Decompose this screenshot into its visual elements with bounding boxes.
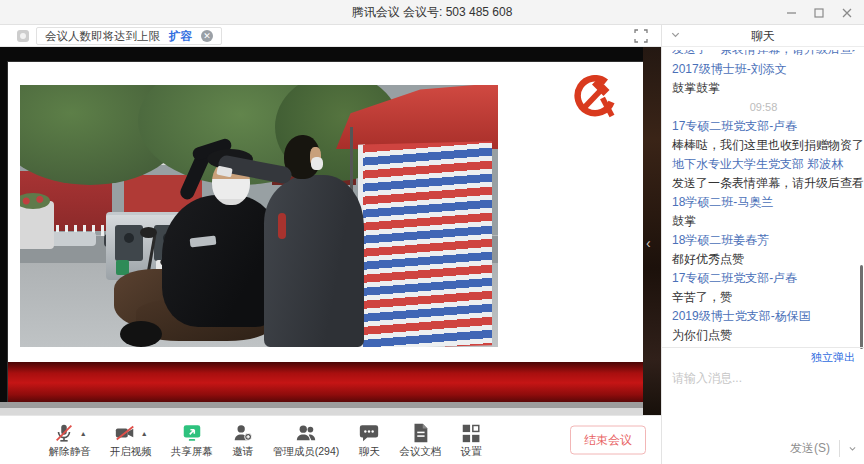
share-screen-icon: [181, 422, 203, 444]
video-options-chevron-icon[interactable]: ▲: [141, 430, 148, 437]
chat-message: 鼓掌: [672, 215, 855, 228]
chat-sender: 18学硕二班-马奥兰: [672, 196, 855, 209]
main-stage: 会议人数即将达到上限 扩容 ✕: [0, 25, 661, 464]
chat-panel: 聊天 发送了一条表情弹幕，请升级后查看。2017级博士班-刘添文鼓掌鼓掌09:5…: [661, 25, 864, 464]
unmute-button[interactable]: ▲ 解除静音: [49, 422, 91, 459]
settings-grid-icon: [460, 422, 482, 444]
slide-red-banner: [8, 362, 643, 402]
unmute-label: 解除静音: [49, 445, 91, 459]
health-worker-person: [264, 175, 364, 347]
chat-message: 都好优秀点赞: [672, 253, 855, 266]
titlebar: 腾讯会议 会议号: 503 485 608: [0, 0, 864, 25]
chat-bubble-icon: [358, 422, 380, 444]
manage-members-label: 管理成员(294): [273, 445, 340, 459]
chat-message: 辛苦了，赞: [672, 291, 855, 304]
chat-sender: 18学硕二班姜春芳: [672, 234, 855, 247]
expand-capacity-link[interactable]: 扩容: [169, 29, 192, 44]
invite-button[interactable]: 邀请: [232, 422, 254, 459]
presentation-slide: 城衣: [8, 62, 643, 402]
chat-message: 棒棒哒，我们这里也收到捐赠物资了: [672, 139, 855, 152]
chat-message-list: 发送了一条表情弹幕，请升级后查看。2017级博士班-刘添文鼓掌鼓掌09:5817…: [662, 47, 864, 347]
chat-input[interactable]: 请输入消息...: [662, 366, 864, 426]
members-icon: [295, 422, 317, 444]
window-title: 腾讯会议 会议号: 503 485 608: [0, 0, 864, 25]
shared-screen-video: 城衣: [0, 47, 661, 415]
chat-scrollbar[interactable]: [860, 265, 863, 349]
meeting-toolbar: ▲ 解除静音 ▲: [0, 415, 661, 464]
chat-sender: 2019级博士党支部-杨保国: [672, 310, 855, 323]
mic-options-chevron-icon[interactable]: ▲: [80, 430, 87, 437]
chat-header: 聊天: [662, 25, 864, 47]
mic-muted-icon: [53, 422, 75, 444]
slide-photo: 城衣: [20, 85, 498, 347]
chevron-left-icon: ‹: [646, 235, 651, 251]
chat-sender: 地下水专业大学生党支部 郑波林: [672, 158, 855, 171]
invite-icon: [232, 422, 254, 444]
chat-footer: 独立弹出 请输入消息... 发送(S): [662, 347, 864, 464]
close-icon[interactable]: [840, 6, 854, 20]
hammer-sickle-emblem: [568, 75, 618, 123]
chat-sender: 17专硕二班党支部-卢春: [672, 272, 855, 285]
chat-sender: 17专硕二班党支部-卢春: [672, 120, 855, 133]
maximize-icon[interactable]: [812, 6, 826, 20]
chat-message-partial: 发送了一条表情弹幕，请升级后查看。: [672, 50, 855, 58]
capacity-notification: 会议人数即将达到上限 扩容 ✕: [36, 27, 222, 45]
notification-close-icon[interactable]: ✕: [201, 30, 213, 42]
meeting-docs-button[interactable]: 会议文档: [399, 422, 441, 459]
chat-sender: 2017级博士班-刘添文: [672, 63, 855, 76]
tencent-meeting-window: 腾讯会议 会议号: 503 485 608 会议人数即将达到上限 扩容 ✕: [0, 0, 864, 464]
announcement-icon: [17, 30, 29, 42]
minimize-icon[interactable]: [784, 6, 798, 20]
chat-tool-label: 聊天: [359, 445, 380, 459]
send-button[interactable]: 发送(S): [790, 440, 840, 457]
chat-title: 聊天: [662, 25, 864, 47]
send-options-chevron-icon[interactable]: [840, 444, 857, 453]
flower-planter: [20, 201, 54, 249]
manage-members-button[interactable]: 管理成员(294): [273, 422, 340, 459]
end-meeting-button[interactable]: 结束会议: [570, 426, 646, 455]
chat-message: 发送了一条表情弹幕，请升级后查看。: [672, 177, 855, 190]
share-screen-label: 共享屏幕: [171, 445, 213, 459]
fullscreen-icon[interactable]: [634, 29, 648, 43]
settings-label: 设置: [461, 445, 482, 459]
popout-chat-link[interactable]: 独立弹出: [811, 350, 855, 365]
settings-button[interactable]: 设置: [460, 422, 482, 459]
chat-timestamp: 09:58: [672, 101, 855, 113]
notification-bar: 会议人数即将达到上限 扩容 ✕: [0, 25, 661, 47]
meeting-docs-label: 会议文档: [399, 445, 441, 459]
chat-button[interactable]: 聊天: [358, 422, 380, 459]
window-controls: [784, 0, 854, 25]
notification-text: 会议人数即将达到上限: [45, 29, 160, 44]
document-icon: [409, 422, 431, 444]
camera-off-icon: [114, 422, 136, 444]
slide-bottom-strip: [0, 408, 661, 415]
chat-message: 为你们点赞: [672, 329, 855, 342]
start-video-button[interactable]: ▲ 开启视频: [110, 422, 152, 459]
share-screen-button[interactable]: 共享屏幕: [171, 422, 213, 459]
tent-striped-curtain: [358, 141, 492, 347]
chat-message: 鼓掌鼓掌: [672, 82, 855, 95]
start-video-label: 开启视频: [110, 445, 152, 459]
invite-label: 邀请: [232, 445, 253, 459]
screen-edge-strip: ‹: [643, 47, 661, 415]
